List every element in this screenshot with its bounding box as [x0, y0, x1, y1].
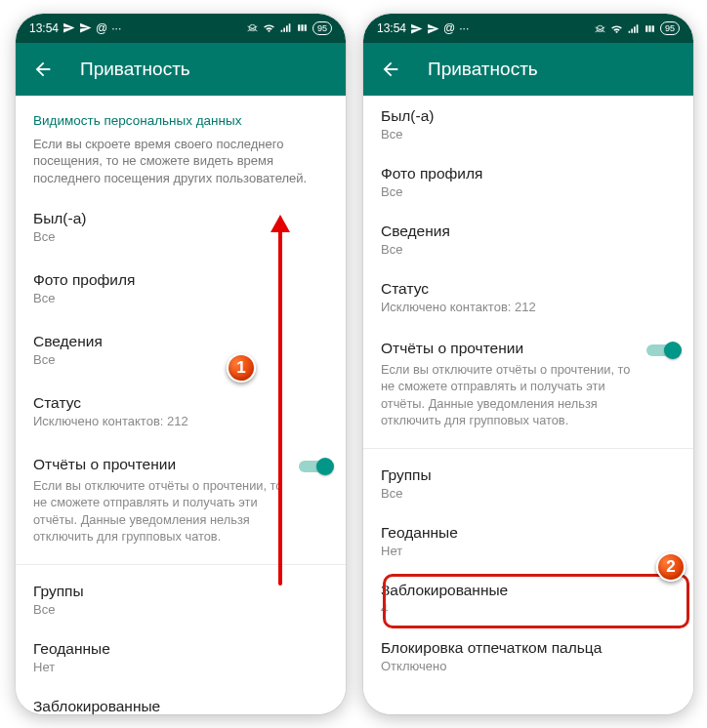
- row-last-seen[interactable]: Был(-а) Все: [363, 96, 693, 153]
- row-sub: Отключено: [381, 659, 676, 673]
- volte-icon: [644, 22, 656, 35]
- settings-list[interactable]: Видимость персональных данных Если вы ск…: [16, 96, 346, 714]
- row-sub: 4: [381, 601, 676, 616]
- alarm-off-icon: [246, 21, 259, 34]
- row-location[interactable]: Геоданные Нет: [16, 628, 346, 686]
- wifi-icon: [610, 22, 623, 35]
- arrow-left-icon: [380, 59, 401, 80]
- row-location[interactable]: Геоданные Нет: [363, 512, 693, 570]
- wifi-icon: [263, 21, 275, 34]
- row-about[interactable]: Сведения Все: [16, 319, 346, 381]
- row-title: Фото профиля: [381, 165, 676, 182]
- status-more-icon: ···: [111, 21, 121, 35]
- row-status[interactable]: Статус Исключено контактов: 212: [363, 268, 693, 326]
- row-title: Блокировка отпечатком пальца: [381, 639, 676, 657]
- row-sub: Все: [381, 127, 676, 142]
- battery-indicator: 95: [660, 21, 680, 35]
- row-sub: Исключено контактов: 212: [33, 414, 328, 428]
- row-title: Геоданные: [33, 640, 328, 658]
- section-desc-visibility: Если вы скроете время своего последнего …: [16, 134, 346, 197]
- app-bar: Приватность: [16, 43, 346, 96]
- appbar-title: Приватность: [80, 59, 190, 80]
- send-icon: [79, 21, 92, 34]
- send-icon: [62, 21, 75, 34]
- row-title: Отчёты о прочтении: [33, 456, 328, 473]
- status-bar: 13:54 @ ··· 95: [16, 14, 346, 43]
- row-groups[interactable]: Группы Все: [16, 571, 346, 628]
- signal-icon: [279, 21, 292, 34]
- back-button[interactable]: [371, 50, 410, 89]
- row-desc: Если вы отключите отчёты о прочтении, то…: [33, 477, 328, 545]
- volte-icon: [296, 21, 309, 34]
- row-title: Сведения: [33, 333, 328, 350]
- row-title: Отчёты о прочтении: [381, 340, 676, 357]
- row-sub: Все: [33, 352, 328, 367]
- row-title: Статус: [33, 394, 328, 412]
- send-icon: [410, 22, 423, 35]
- switch-thumb: [316, 458, 334, 475]
- tutorial-composite: 13:54 @ ··· 95 Приватность Видимость пер…: [0, 0, 707, 728]
- divider: [363, 448, 693, 449]
- signal-icon: [627, 22, 640, 35]
- row-sub: Все: [33, 602, 328, 617]
- row-blocked[interactable]: Заблокированные: [16, 686, 346, 714]
- switch-thumb: [664, 342, 682, 359]
- divider: [16, 564, 346, 565]
- row-title: Группы: [33, 583, 328, 600]
- row-sub: Все: [381, 184, 676, 199]
- row-title: Фото профиля: [33, 271, 328, 289]
- row-about[interactable]: Сведения Все: [363, 211, 693, 268]
- app-bar: Приватность: [363, 43, 693, 96]
- row-sub: Все: [381, 486, 676, 501]
- phone-right: 13:54 @ ··· 95 Приватность Был(-а): [363, 14, 693, 714]
- row-title: Был(-а): [381, 107, 676, 125]
- status-at-icon: @: [443, 21, 455, 35]
- row-groups[interactable]: Группы Все: [363, 455, 693, 512]
- row-desc: Если вы отключите отчёты о прочтении, то…: [381, 361, 676, 428]
- settings-list[interactable]: Был(-а) Все Фото профиля Все Сведения Вс…: [363, 96, 693, 714]
- row-sub: Исключено контактов: 212: [381, 300, 676, 314]
- row-profile-photo[interactable]: Фото профиля Все: [363, 153, 693, 211]
- row-sub: Все: [33, 229, 328, 244]
- row-read-receipts[interactable]: Отчёты о прочтении Если вы отключите отч…: [16, 442, 346, 558]
- row-last-seen[interactable]: Был(-а) Все: [16, 196, 346, 258]
- row-profile-photo[interactable]: Фото профиля Все: [16, 258, 346, 319]
- row-read-receipts[interactable]: Отчёты о прочтении Если вы отключите отч…: [363, 326, 693, 442]
- row-fingerprint-lock[interactable]: Блокировка отпечатком пальца Отключено: [363, 627, 693, 685]
- status-bar: 13:54 @ ··· 95: [363, 14, 693, 43]
- row-sub: Все: [381, 242, 676, 257]
- row-status[interactable]: Статус Исключено контактов: 212: [16, 381, 346, 442]
- row-sub: Нет: [381, 544, 676, 558]
- section-header-visibility: Видимость персональных данных: [16, 96, 346, 134]
- battery-indicator: 95: [312, 21, 332, 35]
- row-sub: Нет: [33, 660, 328, 674]
- arrow-left-icon: [32, 59, 54, 80]
- row-title: Геоданные: [381, 524, 676, 542]
- status-time: 13:54: [29, 21, 59, 35]
- row-title: Сведения: [381, 222, 676, 240]
- alarm-off-icon: [594, 22, 606, 35]
- row-title: Группы: [381, 466, 676, 484]
- send-icon: [427, 22, 439, 35]
- row-title: Статус: [381, 280, 676, 298]
- read-receipts-switch[interactable]: [299, 458, 332, 475]
- row-title: Заблокированные: [381, 582, 676, 599]
- row-sub: Все: [33, 291, 328, 305]
- row-title: Заблокированные: [33, 698, 328, 714]
- phone-left: 13:54 @ ··· 95 Приватность Видимость пер…: [16, 14, 346, 714]
- status-time: 13:54: [377, 21, 406, 35]
- row-blocked[interactable]: Заблокированные 4: [363, 570, 693, 627]
- appbar-title: Приватность: [428, 59, 538, 80]
- status-at-icon: @: [96, 21, 107, 35]
- row-title: Был(-а): [33, 210, 328, 227]
- back-button[interactable]: [23, 50, 62, 89]
- read-receipts-switch[interactable]: [646, 342, 680, 359]
- status-more-icon: ···: [459, 21, 469, 35]
